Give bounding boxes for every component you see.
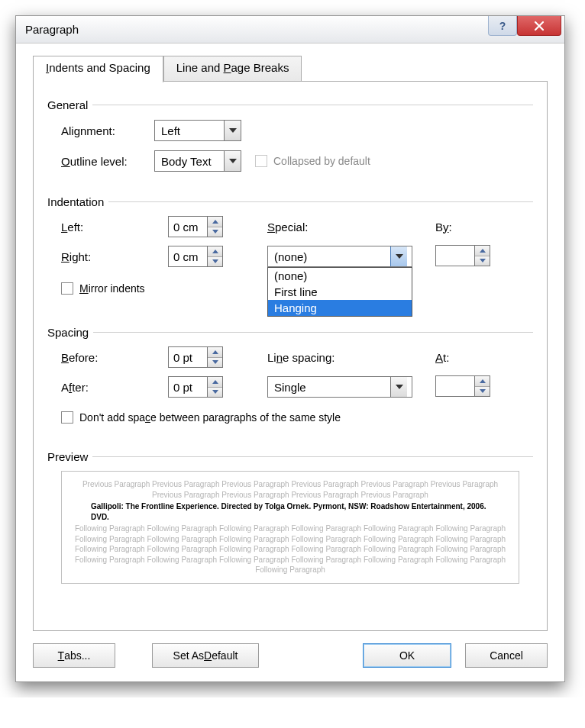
section-indentation: Indentation <box>47 195 533 208</box>
dialog-body: Indents and Spacing Line and Page Breaks… <box>16 43 564 681</box>
spin-down-icon[interactable] <box>208 227 222 237</box>
at-label: At: <box>435 351 512 364</box>
cancel-button[interactable]: Cancel <box>465 643 548 668</box>
special-option-first-line[interactable]: First line <box>268 284 412 300</box>
section-general: General <box>47 98 533 111</box>
special-label: Special: <box>267 221 435 234</box>
tab-line-page-breaks[interactable]: Line and Page Breaks <box>163 56 302 82</box>
set-as-default-button[interactable]: Set As Default <box>152 643 259 668</box>
collapsed-checkbox <box>255 155 267 167</box>
spin-down-icon[interactable] <box>208 388 222 398</box>
special-dropdown-list[interactable]: (none) First line Hanging <box>267 267 412 317</box>
dont-add-space-checkbox[interactable] <box>61 411 73 424</box>
spin-up-icon[interactable] <box>208 246 222 257</box>
dont-add-space-label: Don't add space between paragraphs of th… <box>79 411 341 424</box>
spin-up-icon[interactable] <box>475 376 490 387</box>
spin-up-icon[interactable] <box>208 347 222 358</box>
special-combo[interactable]: (none) <box>267 246 412 267</box>
spacing-after-label: After: <box>61 381 168 394</box>
spacing-at-spinner[interactable] <box>435 375 490 397</box>
spacing-before-label: Before: <box>61 351 168 364</box>
mirror-indents-checkbox[interactable] <box>61 282 73 295</box>
indent-by-spinner[interactable] <box>435 245 490 266</box>
line-spacing-combo[interactable]: Single <box>267 376 412 398</box>
preview-following-text: Following Paragraph Following Paragraph … <box>73 523 508 575</box>
indent-right-spinner[interactable]: 0 cm <box>168 246 223 267</box>
alignment-combo[interactable]: Left <box>154 120 241 141</box>
indent-left-label: Left: <box>61 221 168 234</box>
spin-up-icon[interactable] <box>208 217 222 227</box>
spin-down-icon[interactable] <box>208 257 222 267</box>
close-button[interactable] <box>517 16 561 36</box>
spin-up-icon[interactable] <box>475 246 490 256</box>
spin-down-icon[interactable] <box>475 256 490 266</box>
section-preview: Preview <box>47 450 533 463</box>
chevron-down-icon[interactable] <box>390 246 407 266</box>
tab-row: Indents and Spacing Line and Page Breaks <box>33 56 548 82</box>
collapsed-label: Collapsed by default <box>273 155 370 167</box>
preview-box: Previous Paragraph Previous Paragraph Pr… <box>61 471 519 584</box>
spin-down-icon[interactable] <box>475 387 490 397</box>
chevron-down-icon[interactable] <box>224 151 241 171</box>
indent-left-spinner[interactable]: 0 cm <box>168 216 223 237</box>
preview-previous-text: Previous Paragraph Previous Paragraph Pr… <box>73 479 508 500</box>
tab-content: General Alignment: Left Outline level: B… <box>34 81 547 630</box>
spin-down-icon[interactable] <box>208 358 222 368</box>
by-label: By: <box>435 221 512 234</box>
titlebar: Paragraph ? <box>16 16 564 43</box>
section-spacing: Spacing <box>47 326 533 339</box>
spacing-before-spinner[interactable]: 0 pt <box>168 346 223 368</box>
spacing-after-spinner[interactable]: 0 pt <box>168 376 223 398</box>
spin-up-icon[interactable] <box>208 377 222 388</box>
button-bar: Tabs... Set As Default OK Cancel <box>33 643 548 668</box>
outline-level-label: Outline level: <box>61 155 154 168</box>
mirror-indents-label: Mirror indents <box>79 282 145 295</box>
help-button[interactable]: ? <box>488 16 517 36</box>
ok-button[interactable]: OK <box>363 643 451 668</box>
special-option-hanging[interactable]: Hanging <box>268 300 412 316</box>
alignment-label: Alignment: <box>61 124 154 137</box>
paragraph-dialog: Paragraph ? Indents and Spacing Line and… <box>15 15 565 682</box>
preview-sample-text: Gallipoli: The Frontline Experience. Dir… <box>73 500 508 523</box>
chevron-down-icon[interactable] <box>224 121 241 140</box>
line-spacing-label: Line spacing: <box>267 351 435 364</box>
tab-indents-spacing[interactable]: Indents and Spacing <box>33 56 163 82</box>
special-option-none[interactable]: (none) <box>268 268 412 284</box>
dialog-title: Paragraph <box>25 23 79 36</box>
indent-right-label: Right: <box>61 250 168 263</box>
outline-level-combo[interactable]: Body Text <box>154 150 241 172</box>
chevron-down-icon[interactable] <box>390 377 407 397</box>
tabs-button[interactable]: Tabs... <box>33 643 115 668</box>
